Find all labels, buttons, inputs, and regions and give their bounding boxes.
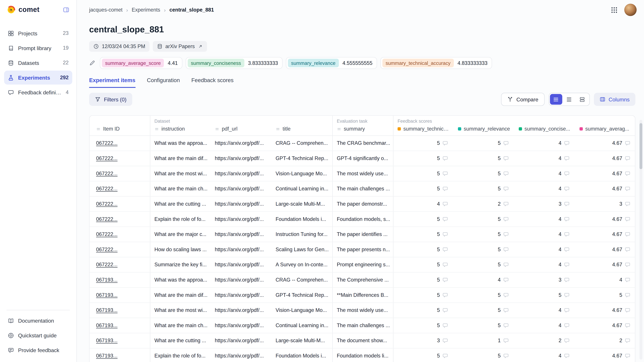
comment-icon[interactable] xyxy=(503,353,509,359)
vertical-scrollbar[interactable] xyxy=(640,120,642,360)
sidebar-collapse-button[interactable] xyxy=(61,4,72,15)
comment-icon[interactable] xyxy=(442,186,448,192)
comment-icon[interactable] xyxy=(442,201,448,207)
item-id-link[interactable]: 067222... xyxy=(96,156,118,161)
comment-icon[interactable] xyxy=(503,292,509,298)
comment-icon[interactable] xyxy=(503,323,509,328)
comment-icon[interactable] xyxy=(442,353,448,359)
comment-icon[interactable] xyxy=(442,156,448,161)
comment-icon[interactable] xyxy=(442,231,448,237)
table-row[interactable]: 067193...What are the main dif...https:/… xyxy=(90,288,635,303)
comment-icon[interactable] xyxy=(564,156,570,161)
comment-icon[interactable] xyxy=(564,353,570,359)
comment-icon[interactable] xyxy=(442,262,448,268)
comment-icon[interactable] xyxy=(625,231,630,237)
comment-icon[interactable] xyxy=(503,140,509,146)
tab-experiment-items[interactable]: Experiment items xyxy=(89,77,135,88)
table-row[interactable]: 067193...What are the most wi...https://… xyxy=(90,303,635,318)
comment-icon[interactable] xyxy=(503,231,509,237)
item-id-link[interactable]: 067222... xyxy=(96,216,118,222)
comment-icon[interactable] xyxy=(564,292,570,298)
item-id-link[interactable]: 067193... xyxy=(96,307,118,313)
comment-icon[interactable] xyxy=(564,247,570,252)
edit-tags-button[interactable] xyxy=(89,60,95,66)
comment-icon[interactable] xyxy=(564,277,570,283)
comment-icon[interactable] xyxy=(503,171,509,176)
comment-icon[interactable] xyxy=(625,338,630,344)
item-id-link[interactable]: 067222... xyxy=(96,140,118,146)
table-row[interactable]: 067222...What are the major c...https://… xyxy=(90,227,635,242)
sidebar-item-datasets[interactable]: Datasets22 xyxy=(4,56,72,70)
avatar[interactable] xyxy=(624,4,636,16)
comment-icon[interactable] xyxy=(564,216,570,222)
feedback-score-tag-summary-conciseness[interactable]: summary_conciseness3.833333333 xyxy=(186,57,282,69)
item-id-link[interactable]: 067193... xyxy=(96,338,118,344)
comment-icon[interactable] xyxy=(503,216,509,222)
comment-icon[interactable] xyxy=(625,171,630,176)
comment-icon[interactable] xyxy=(564,201,570,207)
row-height-medium-button[interactable] xyxy=(563,94,575,105)
column-header-summary-relevance[interactable]: summary_relevance xyxy=(454,116,514,136)
comment-icon[interactable] xyxy=(625,277,630,283)
table-row[interactable]: 067193...What are the cutting ...https:/… xyxy=(90,333,635,349)
comment-icon[interactable] xyxy=(625,353,630,359)
comment-icon[interactable] xyxy=(564,323,570,328)
comment-icon[interactable] xyxy=(564,140,570,146)
comment-icon[interactable] xyxy=(564,186,570,192)
comment-icon[interactable] xyxy=(564,171,570,176)
comment-icon[interactable] xyxy=(503,338,509,344)
column-header-summary-technical-accuracy[interactable]: Feedback scoressummary_technica... xyxy=(393,116,454,136)
column-header-item-id[interactable]: Item ID xyxy=(90,116,150,136)
feedback-score-tag-summary-technical-accuracy[interactable]: summary_technical_accuracy4.833333333 xyxy=(380,57,492,69)
comment-icon[interactable] xyxy=(625,292,630,298)
table-row[interactable]: 067222...What are the main ch...https://… xyxy=(90,181,635,197)
comment-icon[interactable] xyxy=(503,262,509,268)
table-row[interactable]: 067222...Summarize the key fi...https://… xyxy=(90,257,635,273)
sidebar-item-projects[interactable]: Projects23 xyxy=(4,26,72,40)
comment-icon[interactable] xyxy=(442,171,448,176)
comment-icon[interactable] xyxy=(442,140,448,146)
sidebar-item-prompt-library[interactable]: Prompt library19 xyxy=(4,41,72,55)
comment-icon[interactable] xyxy=(625,140,630,146)
comment-icon[interactable] xyxy=(442,277,448,283)
comment-icon[interactable] xyxy=(503,247,509,252)
tab-configuration[interactable]: Configuration xyxy=(147,77,180,88)
comment-icon[interactable] xyxy=(442,292,448,298)
comment-icon[interactable] xyxy=(625,323,630,328)
filters-button[interactable]: Filters (0) xyxy=(89,93,132,106)
row-height-small-button[interactable] xyxy=(550,94,562,105)
sidebar-item-documentation[interactable]: Documentation xyxy=(4,314,72,328)
item-id-link[interactable]: 067193... xyxy=(96,292,118,298)
column-header-pdf-url[interactable]: pdf_url xyxy=(211,116,271,136)
comment-icon[interactable] xyxy=(503,201,509,207)
comment-icon[interactable] xyxy=(442,216,448,222)
table-row[interactable]: 067193...What are the main ch...https://… xyxy=(90,318,635,333)
feedback-score-tag-summary-relevance[interactable]: summary_relevance4.555555555 xyxy=(286,57,377,69)
compare-button[interactable]: Compare xyxy=(501,93,544,106)
comment-icon[interactable] xyxy=(564,262,570,268)
scrollbar-thumb[interactable] xyxy=(640,123,642,169)
columns-button[interactable]: Columns xyxy=(594,93,635,106)
feedback-score-tag-summary-average-score[interactable]: summary_average_score4.41 xyxy=(100,57,182,69)
table-row[interactable]: 067222...What are the most wi...https://… xyxy=(90,166,635,182)
item-id-link[interactable]: 067222... xyxy=(96,186,118,192)
comment-icon[interactable] xyxy=(625,216,630,222)
tab-feedback-scores[interactable]: Feedback scores xyxy=(191,77,234,88)
table-row[interactable]: 067222...What was the approa...https://a… xyxy=(90,136,635,151)
comment-icon[interactable] xyxy=(564,231,570,237)
item-id-link[interactable]: 067222... xyxy=(96,231,118,237)
breadcrumb-item-jacques-comet[interactable]: jacques-comet xyxy=(89,7,122,13)
sidebar-item-feedback-definitions[interactable]: Feedback definitions4 xyxy=(4,85,72,99)
item-id-link[interactable]: 067222... xyxy=(96,201,118,207)
table-row[interactable]: 067222...What are the main dif...https:/… xyxy=(90,151,635,166)
comment-icon[interactable] xyxy=(503,307,509,313)
sidebar-item-provide-feedback[interactable]: Provide feedback xyxy=(4,343,72,357)
dataset-link-chip[interactable]: arXiv Papers xyxy=(152,41,207,52)
item-id-link[interactable]: 067193... xyxy=(96,323,118,328)
comet-logo[interactable]: comet xyxy=(6,5,40,14)
table-row[interactable]: 067222...How do scaling laws ...https://… xyxy=(90,242,635,257)
comment-icon[interactable] xyxy=(625,262,630,268)
row-height-large-button[interactable] xyxy=(576,94,588,105)
table-row[interactable]: 067222...What are the cutting ...https:/… xyxy=(90,197,635,212)
apps-grid-button[interactable] xyxy=(611,6,618,13)
